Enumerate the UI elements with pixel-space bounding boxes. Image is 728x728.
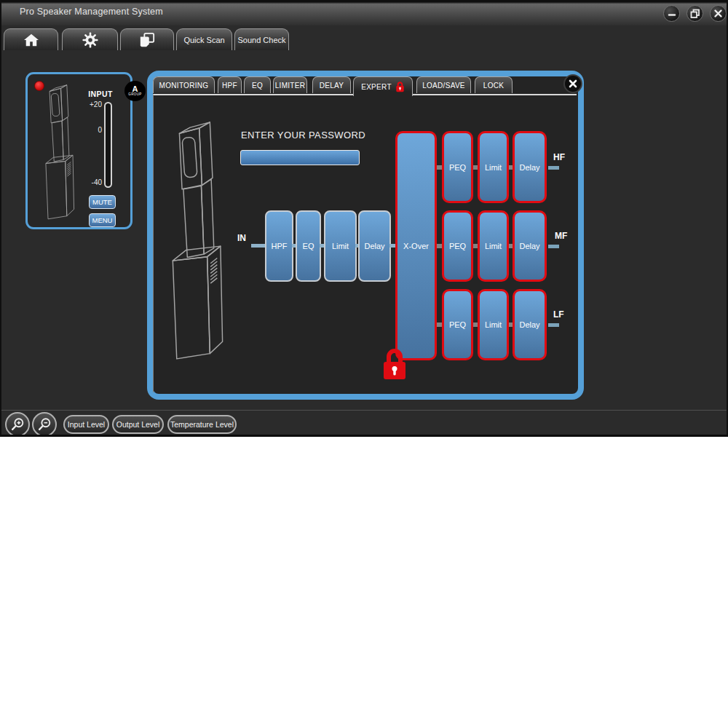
connector bbox=[251, 244, 266, 248]
connector bbox=[548, 323, 559, 327]
chain-block-hpf[interactable]: HPF bbox=[265, 210, 293, 282]
block-label: Delay bbox=[519, 163, 539, 172]
password-input[interactable] bbox=[240, 150, 360, 165]
panel-close-button[interactable] bbox=[563, 74, 582, 93]
home-icon bbox=[23, 33, 40, 47]
restore-button[interactable] bbox=[687, 5, 703, 22]
block-label: PEQ bbox=[449, 242, 466, 250]
band-label-lf: LF bbox=[553, 309, 564, 320]
mf-peq-block[interactable]: PEQ bbox=[442, 210, 473, 282]
nav-tab-presets[interactable] bbox=[120, 28, 174, 50]
block-label: Limit bbox=[485, 242, 502, 250]
tab-label: EQ bbox=[252, 82, 263, 90]
close-button[interactable] bbox=[710, 5, 727, 22]
lf-peq-block[interactable]: PEQ bbox=[442, 289, 473, 360]
zoom-in-icon bbox=[9, 416, 25, 432]
button-label: Input Level bbox=[68, 420, 105, 429]
tab-label: LOAD/SAVE bbox=[422, 82, 465, 90]
tab-label: MONITORING bbox=[159, 82, 209, 90]
nav-tab-label: Quick Scan bbox=[183, 36, 224, 44]
output-level-button[interactable]: Output Level bbox=[112, 415, 164, 434]
zoom-out-icon bbox=[36, 416, 52, 432]
tab-label: DELAY bbox=[320, 82, 344, 90]
lock-icon bbox=[395, 81, 405, 92]
lf-delay-block[interactable]: Delay bbox=[513, 289, 547, 360]
close-icon bbox=[713, 9, 723, 18]
tab-expert[interactable]: EXPERT bbox=[353, 76, 413, 96]
tab-label: LOCK bbox=[483, 82, 504, 90]
connector bbox=[437, 244, 442, 248]
button-label: Output Level bbox=[116, 420, 160, 429]
chain-block-eq[interactable]: EQ bbox=[296, 210, 321, 282]
tab-label: HPF bbox=[222, 82, 237, 90]
input-meter-title: INPUT bbox=[84, 90, 117, 98]
tab-limiter[interactable]: LIMITER bbox=[273, 76, 307, 93]
tab-delay[interactable]: DELAY bbox=[312, 76, 351, 93]
minimize-icon bbox=[667, 9, 677, 19]
tab-lock[interactable]: LOCK bbox=[475, 76, 513, 93]
chain-block-limit[interactable]: Limit bbox=[324, 210, 357, 282]
block-label: PEQ bbox=[449, 320, 466, 329]
lf-limit-block[interactable]: Limit bbox=[478, 289, 509, 360]
zoom-out-button[interactable] bbox=[32, 412, 57, 437]
tab-hpf[interactable]: HPF bbox=[218, 76, 242, 93]
tab-label: EXPERT bbox=[361, 83, 392, 91]
nav-tab-settings[interactable] bbox=[62, 28, 118, 50]
tab-monitoring[interactable]: MONITORING bbox=[153, 76, 215, 93]
connector bbox=[437, 323, 442, 327]
device-panel: INPUT +20 0 -40 MUTE MENU bbox=[25, 72, 132, 229]
window-title: Pro Speaker Management System bbox=[20, 7, 163, 17]
chain-block-delay[interactable]: Delay bbox=[358, 210, 391, 282]
tab-eq[interactable]: EQ bbox=[244, 76, 271, 93]
nav-tab-label: Sound Check bbox=[237, 36, 285, 44]
group-badge-word: GROUP bbox=[128, 92, 142, 97]
tab-label: LIMITER bbox=[275, 82, 306, 90]
crossover-lock-icon bbox=[381, 347, 408, 381]
block-label: Limit bbox=[485, 163, 502, 172]
password-label: ENTER YOUR PASSWORD bbox=[241, 130, 365, 141]
block-label: Delay bbox=[519, 320, 539, 329]
tab-load-save[interactable]: LOAD/SAVE bbox=[416, 76, 471, 93]
block-label: X-Over bbox=[403, 242, 429, 250]
speaker-thumbnail bbox=[36, 80, 83, 223]
block-label: Limit bbox=[485, 320, 502, 329]
title-bar: Pro Speaker Management System bbox=[1, 0, 727, 25]
pages-icon bbox=[138, 32, 157, 48]
block-label: PEQ bbox=[449, 163, 466, 172]
temperature-level-button[interactable]: Temperature Level bbox=[167, 415, 237, 434]
button-label: Temperature Level bbox=[170, 420, 234, 429]
menu-button[interactable]: MENU bbox=[89, 213, 116, 227]
gear-icon bbox=[82, 32, 98, 48]
minimize-button[interactable] bbox=[663, 5, 680, 22]
connector bbox=[437, 165, 442, 170]
crossover-block[interactable]: X-Over bbox=[395, 131, 437, 360]
app-window: Pro Speaker Management System bbox=[0, 0, 728, 437]
block-label: HPF bbox=[272, 242, 288, 250]
group-badge-letter: A bbox=[132, 85, 138, 92]
block-label: Delay bbox=[519, 242, 539, 250]
connector bbox=[548, 166, 559, 170]
hf-delay-block[interactable]: Delay bbox=[513, 131, 547, 203]
group-badge[interactable]: A GROUP bbox=[124, 81, 146, 101]
mf-delay-block[interactable]: Delay bbox=[513, 210, 547, 282]
connector bbox=[548, 245, 559, 248]
bottom-bar-divider bbox=[1, 410, 728, 411]
nav-tab-sound-check[interactable]: Sound Check bbox=[234, 28, 289, 50]
restore-icon bbox=[690, 9, 700, 19]
block-label: Delay bbox=[364, 242, 384, 250]
mute-button[interactable]: MUTE bbox=[89, 195, 116, 209]
hf-peq-block[interactable]: PEQ bbox=[442, 131, 473, 203]
mf-limit-block[interactable]: Limit bbox=[478, 210, 509, 282]
nav-tab-quick-scan[interactable]: Quick Scan bbox=[176, 28, 232, 50]
zoom-in-button[interactable] bbox=[5, 412, 30, 437]
input-level-meter bbox=[104, 102, 112, 188]
close-icon bbox=[568, 79, 578, 89]
band-label-mf: MF bbox=[555, 231, 567, 241]
band-label-hf: HF bbox=[553, 152, 565, 162]
hf-limit-block[interactable]: Limit bbox=[478, 131, 509, 203]
chain-input-label: IN bbox=[237, 233, 246, 243]
block-label: EQ bbox=[303, 242, 314, 250]
nav-tab-home[interactable] bbox=[4, 28, 58, 50]
input-level-button[interactable]: Input Level bbox=[63, 415, 109, 434]
block-label: Limit bbox=[332, 242, 349, 250]
